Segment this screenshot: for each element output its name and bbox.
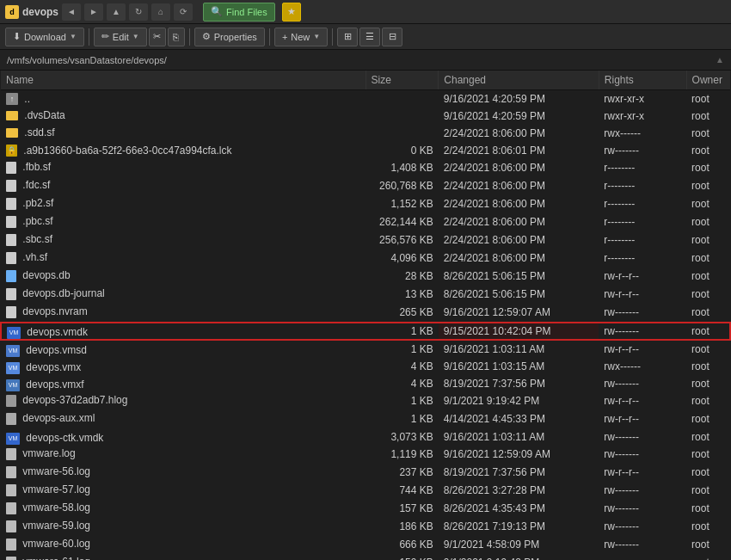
- file-rights-cell: rw-------: [599, 554, 686, 561]
- new-button[interactable]: + New ▼: [274, 28, 328, 46]
- file-owner-cell: root: [686, 482, 730, 500]
- file-icon-log: vmware-56.log: [6, 465, 90, 477]
- find-files-button[interactable]: 🔍 Find Files: [203, 3, 275, 22]
- file-icon-log: vmware-58.log: [6, 502, 90, 514]
- file-owner-cell: root: [686, 446, 730, 464]
- view-btn3[interactable]: ⊟: [382, 28, 402, 46]
- file-owner-cell: root: [686, 159, 730, 177]
- file-owner-cell: root: [686, 249, 730, 268]
- file-name-cell: VM devops.vmxf: [1, 375, 366, 392]
- header-rights[interactable]: Rights: [599, 71, 686, 90]
- table-row[interactable]: devops-37d2adb7.hlog1 KB9/1/2021 9:19:42…: [1, 392, 730, 410]
- table-row[interactable]: devops-aux.xml1 KB4/14/2021 4:45:33 PMrw…: [1, 410, 730, 428]
- file-rights-cell: rw-------: [599, 304, 686, 323]
- table-row[interactable]: 🔒 .a9b13660-ba6a-52f2-66e3-0cc47a994cfa.…: [1, 142, 730, 159]
- table-row[interactable]: vmware-59.log186 KB8/26/2021 7:19:13 PMr…: [1, 518, 730, 536]
- file-owner-cell: root: [686, 554, 730, 561]
- table-row[interactable]: devops.nvram265 KB9/16/2021 12:59:07 AMr…: [1, 304, 730, 323]
- file-icon-log: vmware-61.log: [6, 556, 90, 561]
- file-icon-vmsd: VM devops.vmsd: [6, 344, 87, 356]
- file-rights-cell: r--------: [599, 213, 686, 231]
- file-name-cell: VM devops-ctk.vmdk: [1, 428, 366, 446]
- file-name-cell: ↑ ..: [1, 90, 366, 108]
- nav-reload[interactable]: ⟳: [174, 3, 193, 21]
- table-row[interactable]: vmware-60.log666 KB9/1/2021 4:58:09 PMrw…: [1, 536, 730, 554]
- table-row[interactable]: .pbc.sf262,144 KB2/24/2021 8:06:00 PMr--…: [1, 213, 730, 231]
- file-owner-cell: root: [686, 213, 730, 231]
- file-rights-cell: rw-------: [599, 323, 686, 340]
- file-owner-cell: root: [686, 304, 730, 323]
- file-rights-cell: rwx------: [599, 125, 686, 142]
- header-size[interactable]: Size: [366, 71, 439, 90]
- table-row[interactable]: vmware-58.log157 KB8/26/2021 4:35:43 PMr…: [1, 500, 730, 518]
- file-owner-cell: root: [686, 177, 730, 195]
- table-row[interactable]: vmware-61.log159 KB9/1/2021 9:19:42 PMrw…: [1, 554, 730, 561]
- copy-button[interactable]: ⎘: [168, 28, 185, 46]
- file-size-cell: 13 KB: [366, 286, 439, 304]
- bookmark-button[interactable]: ★: [282, 3, 301, 22]
- table-row[interactable]: .pb2.sf1,152 KB2/24/2021 8:06:00 PMr----…: [1, 195, 730, 213]
- file-list-container[interactable]: Name Size Changed Rights Owner ↑ ..9/16/…: [0, 71, 731, 560]
- file-rights-cell: r--------: [599, 249, 686, 268]
- file-owner-cell: root: [686, 90, 730, 108]
- header-changed[interactable]: Changed: [439, 71, 599, 90]
- properties-button[interactable]: ⚙ Properties: [194, 28, 265, 46]
- edit-icon: ✏: [101, 31, 109, 42]
- file-name-cell: VM devops.vmx: [1, 358, 366, 375]
- file-rights-cell: rw-------: [599, 482, 686, 500]
- file-changed-cell: 9/16/2021 1:03:11 AM: [439, 428, 599, 446]
- download-button[interactable]: ⬇ Download ▼: [5, 28, 84, 46]
- view-btn1[interactable]: ⊞: [337, 28, 358, 46]
- file-size-cell: 666 KB: [366, 536, 439, 554]
- table-row[interactable]: vmware-57.log744 KB8/26/2021 3:27:28 PMr…: [1, 482, 730, 500]
- file-rights-cell: rw-------: [599, 428, 686, 446]
- file-icon-file: .fbb.sf: [6, 161, 51, 173]
- table-row[interactable]: .dvsData9/16/2021 4:20:59 PMrwxr-xr-xroo…: [1, 108, 730, 125]
- nav-forward[interactable]: ►: [84, 3, 103, 21]
- file-name-cell: vmware-60.log: [1, 536, 366, 554]
- nav-back[interactable]: ◄: [62, 3, 81, 21]
- find-files-icon: 🔍: [211, 6, 223, 17]
- edit-button[interactable]: ✏ Edit ▼: [94, 28, 147, 46]
- file-size-cell: 159 KB: [366, 554, 439, 561]
- table-row[interactable]: VM devops.vmsd1 KB9/16/2021 1:03:11 AMrw…: [1, 340, 730, 358]
- nav-up[interactable]: ▲: [107, 3, 126, 21]
- table-row[interactable]: devops.db-journal13 KB8/26/2021 5:06:15 …: [1, 286, 730, 304]
- table-row[interactable]: VM devops.vmxf4 KB8/19/2021 7:37:56 PMrw…: [1, 375, 730, 392]
- file-owner-cell: root: [686, 108, 730, 125]
- table-row[interactable]: devops.db28 KB8/26/2021 5:06:15 PMrw-r--…: [1, 268, 730, 286]
- file-changed-cell: 9/16/2021 12:59:09 AM: [439, 446, 599, 464]
- table-row[interactable]: ↑ ..9/16/2021 4:20:59 PMrwxr-xr-xroot: [1, 90, 730, 108]
- table-row[interactable]: VM devops.vmdk1 KB9/15/2021 10:42:04 PMr…: [1, 323, 730, 340]
- file-name-cell: vmware-57.log: [1, 482, 366, 500]
- file-rights-cell: rw-------: [599, 375, 686, 392]
- nav-home[interactable]: ⌂: [151, 3, 170, 21]
- file-rights-cell: rwxr-xr-x: [599, 108, 686, 125]
- table-row[interactable]: .fbb.sf1,408 KB2/24/2021 8:06:00 PMr----…: [1, 159, 730, 177]
- table-row[interactable]: vmware-56.log237 KB8/19/2021 7:37:56 PMr…: [1, 464, 730, 482]
- file-owner-cell: root: [686, 518, 730, 536]
- file-size-cell: 1 KB: [366, 392, 439, 410]
- nav-refresh[interactable]: ↻: [129, 3, 148, 21]
- view-btn2[interactable]: ☰: [359, 28, 380, 46]
- table-row[interactable]: .sdd.sf2/24/2021 8:06:00 PMrwx------root: [1, 125, 730, 142]
- table-row[interactable]: .sbc.sf256,576 KB2/24/2021 8:06:00 PMr--…: [1, 231, 730, 249]
- file-name-cell: VM devops.vmsd: [1, 340, 366, 358]
- file-icon-vmxf: VM devops.vmxf: [6, 378, 84, 391]
- table-row[interactable]: VM devops-ctk.vmdk3,073 KB9/16/2021 1:03…: [1, 428, 730, 446]
- table-row[interactable]: VM devops.vmx4 KB9/16/2021 1:03:15 AMrwx…: [1, 358, 730, 375]
- table-row[interactable]: .vh.sf4,096 KB2/24/2021 8:06:00 PMr-----…: [1, 249, 730, 268]
- header-name[interactable]: Name: [1, 71, 366, 90]
- table-row[interactable]: .fdc.sf260,768 KB2/24/2021 8:06:00 PMr--…: [1, 177, 730, 195]
- file-owner-cell: root: [686, 142, 730, 159]
- sep-4: [332, 28, 333, 46]
- file-table: Name Size Changed Rights Owner ↑ ..9/16/…: [0, 71, 731, 560]
- table-row[interactable]: vmware.log1,119 KB9/16/2021 12:59:09 AMr…: [1, 446, 730, 464]
- file-rights-cell: r--------: [599, 231, 686, 249]
- file-size-cell: 4 KB: [366, 358, 439, 375]
- cut-button[interactable]: ✂: [149, 28, 166, 46]
- file-rights-cell: rw-------: [599, 500, 686, 518]
- file-name-cell: .dvsData: [1, 108, 366, 125]
- header-owner[interactable]: Owner: [686, 71, 730, 90]
- file-rights-cell: rw-r--r--: [599, 464, 686, 482]
